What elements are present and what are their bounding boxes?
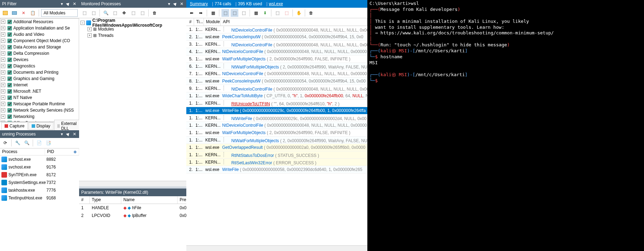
expand-icon[interactable]: + bbox=[1, 51, 5, 55]
tool-icon[interactable]: 📄 bbox=[35, 139, 43, 147]
call-row[interactable]: 1.1:...KERN...NtDeviceIoControlFile ( 0x… bbox=[186, 122, 367, 129]
open-icon[interactable] bbox=[1, 9, 9, 17]
expand-icon[interactable]: + bbox=[1, 108, 5, 112]
tool-icon[interactable]: ⬚ bbox=[221, 9, 229, 17]
col-n[interactable]: # bbox=[79, 196, 90, 204]
tool-icon[interactable]: ▦ bbox=[252, 9, 260, 17]
summary-exe[interactable]: wsl.exe bbox=[269, 1, 283, 6]
tool-icon[interactable]: ⬚ bbox=[129, 9, 137, 17]
filter-checkbox[interactable] bbox=[7, 77, 12, 81]
tool-icon[interactable]: 🔍 bbox=[23, 139, 31, 147]
expand-icon[interactable]: + bbox=[88, 33, 92, 38]
col-name[interactable]: Name bbox=[121, 196, 178, 204]
filter-checkbox[interactable] bbox=[7, 26, 12, 31]
dropdown-icon[interactable]: ▾ bbox=[59, 1, 64, 6]
expand-icon[interactable]: + bbox=[1, 70, 5, 74]
filter-item[interactable]: +Networking bbox=[0, 113, 79, 120]
call-row[interactable]: 8.1:...wsl.exePeekConsoleInputW ( 0x0000… bbox=[186, 78, 367, 85]
tool-icon[interactable]: 🔍 bbox=[102, 9, 110, 17]
filter-checkbox[interactable] bbox=[7, 89, 12, 94]
filter-item[interactable]: +Internet bbox=[0, 82, 79, 88]
call-row[interactable]: 1.1:...KERN...RtlUnicodeToUTF8N ( "", 64… bbox=[186, 100, 367, 107]
process-list[interactable]: Process PID◆ svchost.exe8892svchost.exe9… bbox=[0, 148, 79, 251]
call-row[interactable]: 7.1:...KERN...NtDeviceIoControlFile ( 0x… bbox=[186, 70, 367, 78]
col-process[interactable]: Process bbox=[0, 148, 45, 155]
target-icon[interactable]: ✥ bbox=[120, 9, 128, 17]
filter-checkbox[interactable] bbox=[7, 39, 12, 43]
expand-icon[interactable]: + bbox=[1, 83, 5, 87]
call-row[interactable]: 1.1:...wsl.exeWideCharToMultiByte ( CP_U… bbox=[186, 92, 367, 100]
process-row[interactable]: taskhostw.exe7776 bbox=[0, 186, 79, 194]
trash-icon[interactable]: 🗑 bbox=[151, 9, 159, 17]
filter-item[interactable]: +Netscape Portable Runtime bbox=[0, 101, 79, 107]
call-row[interactable]: 1.1:...KERN...NtWaitForMultipleObjects (… bbox=[186, 137, 367, 144]
filter-item[interactable]: +Diagnostics bbox=[0, 63, 79, 69]
tool-icon[interactable]: ⬚ bbox=[139, 9, 146, 17]
terminal[interactable]: C:\Users\karti>wsl┌──(Message from Kali … bbox=[367, 0, 644, 251]
filter-item[interactable]: +Network Security Services (NSS bbox=[0, 107, 79, 113]
call-row[interactable]: 1.1:...KERN...RtlSetLastWin32Error ( ERR… bbox=[186, 159, 367, 166]
filter-item[interactable]: +Audio and Video bbox=[0, 31, 79, 38]
pin-icon[interactable] bbox=[66, 1, 71, 6]
col-time[interactable]: Ti... bbox=[194, 18, 204, 26]
delete-icon[interactable]: ✕ bbox=[20, 9, 27, 17]
grid-icon[interactable]: ▦ bbox=[209, 9, 217, 17]
refresh-icon[interactable]: ⟳ bbox=[1, 139, 9, 147]
filter-item[interactable]: +Data Access and Storage bbox=[0, 44, 79, 50]
filter-item[interactable]: +Graphics and Gaming bbox=[0, 75, 79, 82]
tool-icon[interactable]: ⬚ bbox=[80, 9, 88, 17]
process-row[interactable]: svchost.exe8892 bbox=[0, 156, 79, 163]
dropdown-icon[interactable]: ▾ bbox=[59, 132, 64, 137]
process-row[interactable]: svchost.exe9176 bbox=[0, 163, 79, 171]
call-row[interactable]: 1.1:...wsl.exeGetOverlappedResult ( 0x00… bbox=[186, 144, 367, 151]
expand-icon[interactable]: + bbox=[1, 77, 5, 81]
expand-icon[interactable]: + bbox=[1, 32, 5, 37]
tool-icon[interactable]: ⬚ bbox=[240, 9, 247, 17]
expand-icon[interactable]: + bbox=[1, 20, 5, 24]
filter-checkbox[interactable] bbox=[7, 20, 12, 24]
expand-icon[interactable]: + bbox=[88, 27, 92, 31]
filter-item[interactable]: +Devices bbox=[0, 57, 79, 63]
tool-icon[interactable]: 📑 bbox=[44, 139, 52, 147]
col-num[interactable]: # bbox=[186, 18, 194, 26]
filter-checkbox[interactable] bbox=[7, 102, 12, 106]
filter-checkbox[interactable] bbox=[7, 32, 12, 37]
filter-item[interactable]: +NT Native bbox=[0, 94, 79, 101]
call-row[interactable]: 2.1:...wsl.exeWriteFile ( 0x000000000000… bbox=[186, 166, 367, 173]
filter-checkbox[interactable] bbox=[7, 83, 12, 87]
tree-node-threads[interactable]: + ⊞ Threads bbox=[80, 32, 185, 39]
modules-dropdown[interactable]: All Modules bbox=[41, 9, 78, 17]
scrollbar[interactable] bbox=[186, 245, 367, 251]
tab-capture[interactable]: Capture bbox=[1, 122, 28, 130]
pin-icon[interactable] bbox=[173, 1, 178, 6]
process-row[interactable]: SystemSettings.exe7372 bbox=[0, 179, 79, 186]
filter-checkbox[interactable] bbox=[7, 45, 12, 49]
down-icon[interactable]: ⬇ bbox=[261, 9, 269, 17]
filter-checkbox[interactable] bbox=[7, 51, 12, 56]
hand-icon[interactable]: ✋ bbox=[295, 9, 303, 17]
call-row[interactable]: 1.1:...KERN...RtlNtStatusToDosError ( ST… bbox=[186, 151, 367, 159]
close-icon[interactable]: ✕ bbox=[179, 1, 184, 6]
expand-icon[interactable]: + bbox=[1, 114, 5, 119]
expand-icon[interactable]: + bbox=[1, 64, 5, 68]
back-icon[interactable]: ⬅ bbox=[188, 9, 195, 17]
scrollbar[interactable] bbox=[79, 181, 186, 186]
filter-item[interactable]: +Microsoft .NET bbox=[0, 88, 79, 94]
close-icon[interactable]: ✕ bbox=[72, 1, 77, 6]
filter-checkbox[interactable] bbox=[7, 95, 12, 100]
call-row[interactable]: 1.1:...KERN...NtWriteFile ( 0x0000000000… bbox=[186, 114, 367, 122]
expand-icon[interactable]: + bbox=[1, 95, 5, 100]
filter-item[interactable]: +Delta Compression bbox=[0, 50, 79, 57]
expand-icon[interactable]: + bbox=[1, 45, 5, 49]
tool-icon[interactable]: ⬚ bbox=[111, 9, 119, 17]
col-type[interactable]: Type bbox=[90, 196, 121, 204]
filter-item[interactable]: +Documents and Printing bbox=[0, 69, 79, 75]
save-icon[interactable] bbox=[11, 9, 18, 17]
filter-checkbox[interactable] bbox=[7, 64, 12, 68]
sort-icon[interactable]: ◆ bbox=[73, 149, 77, 154]
summary-link[interactable]: Summary bbox=[190, 1, 208, 6]
call-row[interactable]: 4.1:...KERN...NtDeviceIoControlFile ( 0x… bbox=[186, 48, 367, 55]
call-row[interactable]: 6.1:...KERN...NtWaitForMultipleObjects (… bbox=[186, 63, 367, 70]
call-row[interactable]: 2.1:...wsl.exePeekConsoleInputW ( 0x0000… bbox=[186, 33, 367, 41]
call-row[interactable]: 9.1:...KERN...NtDeviceIoControlFile ( 0x… bbox=[186, 85, 367, 92]
